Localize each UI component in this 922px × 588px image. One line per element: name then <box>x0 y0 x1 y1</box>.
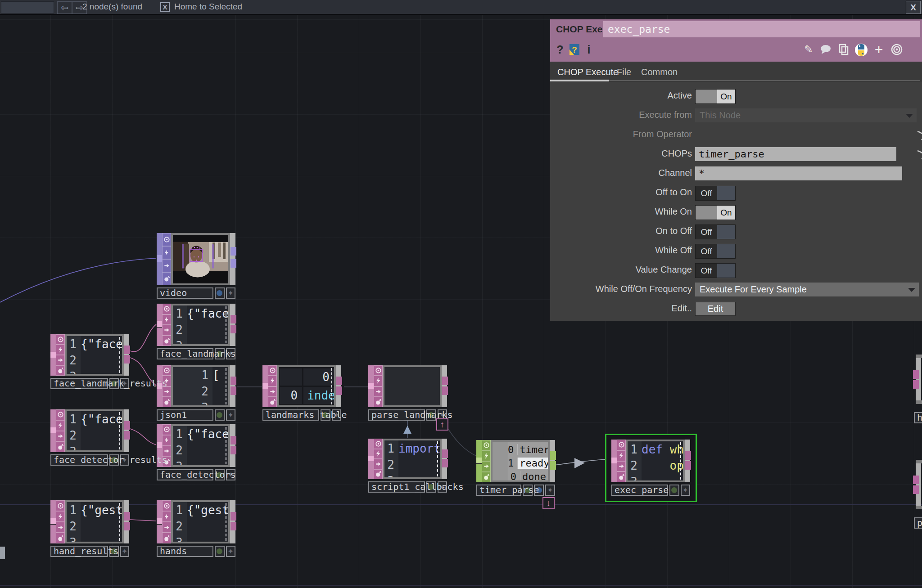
input-connector[interactable] <box>476 458 482 463</box>
bypass-flag-icon[interactable] <box>374 449 383 459</box>
nav-back-button[interactable]: ⇦ <box>57 1 72 14</box>
display-flag-icon[interactable] <box>56 409 65 420</box>
render-flag-icon[interactable] <box>162 533 171 543</box>
presets-icon[interactable] <box>890 43 904 56</box>
bypass-flag-icon[interactable] <box>162 246 171 259</box>
display-flag-icon[interactable] <box>482 440 491 451</box>
display-flag-icon[interactable] <box>56 334 65 345</box>
comment-icon[interactable] <box>819 43 832 56</box>
flag-badge[interactable] <box>215 409 225 421</box>
node-timer_parse[interactable]: 0timer1ready0donetimer_parse✦ <box>476 440 555 496</box>
output-connector[interactable] <box>124 522 130 530</box>
bypass-flag-icon[interactable] <box>162 314 171 325</box>
toggle-on[interactable]: On <box>695 89 736 104</box>
lock-flag-icon[interactable] <box>374 386 383 397</box>
dock-badge[interactable]: ✦ <box>681 485 691 496</box>
output-connector[interactable] <box>442 377 448 385</box>
bypass-flag-icon[interactable] <box>617 450 626 461</box>
render-flag-icon[interactable] <box>56 365 65 376</box>
bypass-flag-icon[interactable] <box>482 451 491 462</box>
node-face_detectors[interactable]: 1{"face23face_detectors✦ <box>157 424 235 480</box>
tab-common[interactable]: Common <box>641 67 678 77</box>
dock-badge[interactable]: ✦ <box>226 409 236 421</box>
input-connector[interactable] <box>913 370 919 379</box>
node-name-label[interactable]: hands <box>157 546 213 557</box>
node-name-label[interactable]: face_landmark_results <box>50 378 108 389</box>
bypass-flag-icon[interactable] <box>268 376 277 386</box>
dock-expand-arrow[interactable]: ↑ <box>436 418 448 431</box>
output-connector[interactable] <box>124 431 130 440</box>
output-connector[interactable] <box>124 355 130 364</box>
toggle-on[interactable]: On <box>695 205 736 220</box>
output-connector[interactable] <box>550 461 556 470</box>
dock-badge[interactable]: ✦ <box>545 485 555 496</box>
display-flag-icon[interactable] <box>374 439 383 449</box>
home-selected-icon[interactable]: X <box>160 2 170 12</box>
render-flag-icon[interactable] <box>162 336 171 346</box>
input-connector[interactable] <box>157 442 162 448</box>
render-flag-icon[interactable] <box>56 533 65 543</box>
output-connector[interactable] <box>685 461 691 470</box>
node-name-label[interactable]: script1_callbacks <box>368 481 425 493</box>
render-flag-icon[interactable] <box>56 441 65 452</box>
channel-field[interactable]: * <box>695 166 902 181</box>
lock-flag-icon[interactable] <box>162 325 171 336</box>
output-connector[interactable] <box>124 346 130 354</box>
node-name-label[interactable]: h <box>914 412 922 423</box>
bypass-flag-icon[interactable] <box>56 420 65 431</box>
render-flag-icon[interactable] <box>617 471 626 482</box>
node-edge_node_h[interactable]: h <box>914 355 922 422</box>
lock-flag-icon[interactable] <box>162 522 171 533</box>
output-connector[interactable] <box>230 259 236 268</box>
input-connector[interactable] <box>157 321 162 327</box>
dock-badge[interactable]: ✦ <box>226 287 236 299</box>
flag-badge[interactable] <box>215 287 225 299</box>
bypass-flag-icon[interactable] <box>162 511 171 522</box>
output-connector[interactable] <box>124 421 130 430</box>
input-connector[interactable] <box>611 458 617 463</box>
output-connector[interactable] <box>230 386 236 395</box>
input-connector[interactable] <box>913 485 919 494</box>
node-exec_parse[interactable]: 1def wh2 op3exec_parse✦ <box>611 440 690 496</box>
display-flag-icon[interactable] <box>617 440 626 450</box>
node-face_landmark_results[interactable]: 1{"face23face_landmark_results✦ <box>50 334 129 389</box>
node-name-label[interactable]: video <box>157 287 213 299</box>
toggle-off[interactable]: Off <box>695 186 736 201</box>
output-connector[interactable] <box>230 325 236 333</box>
op-field[interactable]: timer_parse <box>695 147 896 162</box>
flag-badge[interactable] <box>215 546 225 557</box>
toggle-off[interactable]: Off <box>695 224 736 239</box>
node-name-label[interactable]: p <box>914 517 922 529</box>
node-script1_callbacks[interactable]: 1import23script1_callbacks✦ <box>368 439 447 493</box>
display-flag-icon[interactable] <box>56 500 65 511</box>
node-edge_node_p[interactable]: p <box>914 460 922 527</box>
tab-file[interactable]: File <box>617 67 631 77</box>
node-name-label[interactable]: face_landmarks <box>157 348 213 359</box>
node-name-label[interactable]: face_detectors <box>157 469 213 480</box>
input-connector[interactable] <box>157 518 162 524</box>
node-name-label[interactable]: face_detector_results <box>50 454 108 466</box>
node-name-label[interactable]: hand_results <box>50 546 108 557</box>
bypass-flag-icon[interactable] <box>56 511 65 522</box>
input-connector[interactable] <box>50 352 56 358</box>
node-name-label[interactable]: landmarks_table <box>262 409 319 421</box>
render-flag-icon[interactable] <box>162 397 171 407</box>
output-connector[interactable] <box>550 451 556 460</box>
node-video[interactable]: video✦ <box>157 233 235 299</box>
input-connector[interactable] <box>368 383 374 389</box>
display-flag-icon[interactable] <box>162 365 171 376</box>
dock-badge[interactable]: ✦ <box>120 546 130 557</box>
output-connector[interactable] <box>230 512 236 521</box>
python-help-icon[interactable]: ? <box>568 43 581 56</box>
input-connector[interactable] <box>157 255 162 262</box>
lock-flag-icon[interactable] <box>374 459 383 469</box>
lock-flag-icon[interactable] <box>617 461 626 472</box>
network-scrollbar[interactable] <box>0 547 5 559</box>
input-connector[interactable] <box>50 427 56 433</box>
output-connector[interactable] <box>230 247 236 256</box>
dropdown-field[interactable]: Execute For Every Sample <box>695 283 919 297</box>
render-flag-icon[interactable] <box>374 397 383 407</box>
render-flag-icon[interactable] <box>374 469 383 480</box>
bypass-flag-icon[interactable] <box>374 376 383 386</box>
dock-badge[interactable]: ✦ <box>226 546 236 557</box>
